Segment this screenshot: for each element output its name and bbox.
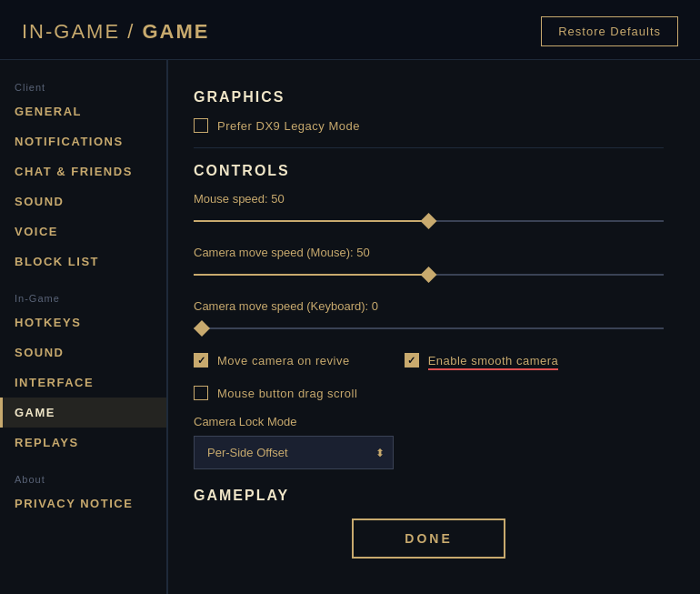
controls-heading: CONTROLS [194, 163, 664, 179]
sidebar-item-notifications[interactable]: NOTIFICATIONS [0, 126, 166, 156]
breadcrumb-prefix: IN-GAME / [22, 20, 142, 43]
mouse-drag-scroll-checkbox[interactable] [194, 386, 208, 400]
sidebar-ingame-label: In-Game [0, 286, 166, 307]
sidebar-client-label: Client [0, 75, 166, 96]
camera-keyboard-section: Camera move speed (Keyboard): 0 [194, 299, 664, 337]
done-button-wrapper: DONE [194, 518, 664, 559]
mouse-speed-label: Mouse speed: 50 [194, 192, 664, 206]
sidebar-item-interface[interactable]: INTERFACE [0, 367, 166, 398]
camera-mouse-slider[interactable] [194, 267, 664, 283]
sidebar-item-hotkeys[interactable]: HOTKEYS [0, 307, 166, 337]
mouse-speed-track [194, 220, 664, 222]
sidebar: Client GENERAL NOTIFICATIONS CHAT & FRIE… [0, 60, 168, 594]
camera-keyboard-thumb[interactable] [194, 320, 210, 337]
move-camera-revive-checkbox[interactable] [194, 353, 208, 367]
enable-smooth-camera-row: Enable smooth camera [405, 353, 559, 367]
camera-mouse-section: Camera move speed (Mouse): 50 [194, 246, 664, 283]
gameplay-heading: GAMEPLAY [194, 488, 664, 504]
camera-keyboard-label: Camera move speed (Keyboard): 0 [194, 299, 664, 313]
controls-checkboxes-row: Move camera on revive Enable smooth came… [194, 353, 664, 377]
sidebar-item-chat-friends[interactable]: CHAT & FRIENDS [0, 156, 166, 186]
done-button[interactable]: DONE [352, 518, 505, 559]
mouse-drag-scroll-row: Mouse button drag scroll [194, 386, 664, 400]
sidebar-item-privacy[interactable]: PRIVACY NOTICE [0, 488, 166, 518]
mouse-drag-scroll-label: Mouse button drag scroll [217, 387, 357, 400]
sidebar-item-game[interactable]: GAME [0, 398, 166, 428]
camera-mouse-track [194, 274, 664, 276]
move-camera-revive-row: Move camera on revive [194, 353, 350, 367]
enable-smooth-camera-label: Enable smooth camera [428, 354, 559, 367]
restore-defaults-button[interactable]: Restore Defaults [541, 16, 678, 46]
breadcrumb-bold: GAME [142, 20, 209, 43]
smooth-camera-underline [428, 368, 559, 370]
sidebar-about-label: About [0, 467, 166, 488]
camera-lock-select-wrapper: Per-Side Offset Fixed Offset Semi-Locked… [194, 436, 394, 469]
sidebar-item-voice[interactable]: VOICE [0, 216, 166, 247]
mouse-speed-section: Mouse speed: 50 [194, 192, 664, 229]
page-title: IN-GAME / GAME [22, 20, 209, 44]
content-area: GRAPHICS Prefer DX9 Legacy Mode CONTROLS… [168, 60, 700, 594]
camera-keyboard-slider[interactable] [194, 320, 664, 337]
mouse-speed-fill [194, 220, 429, 222]
graphics-divider [194, 147, 664, 148]
mouse-speed-slider[interactable] [194, 213, 664, 229]
header: IN-GAME / GAME Restore Defaults [0, 0, 700, 60]
enable-smooth-camera-checkbox[interactable] [405, 353, 419, 367]
camera-mouse-label: Camera move speed (Mouse): 50 [194, 246, 664, 259]
sidebar-item-replays[interactable]: REPLAYS [0, 428, 166, 458]
camera-lock-label: Camera Lock Mode [194, 415, 664, 428]
sidebar-item-general[interactable]: GENERAL [0, 96, 166, 126]
prefer-dx9-checkbox[interactable] [194, 118, 208, 133]
move-camera-revive-label: Move camera on revive [217, 354, 350, 367]
prefer-dx9-label: Prefer DX9 Legacy Mode [217, 119, 360, 133]
main-layout: Client GENERAL NOTIFICATIONS CHAT & FRIE… [0, 60, 700, 594]
camera-mouse-thumb[interactable] [421, 267, 437, 283]
mouse-speed-thumb[interactable] [421, 213, 437, 229]
graphics-heading: GRAPHICS [194, 89, 664, 106]
prefer-dx9-row: Prefer DX9 Legacy Mode [194, 118, 664, 133]
camera-keyboard-track [194, 327, 664, 329]
enable-smooth-wrapper: Enable smooth camera [428, 354, 559, 367]
gameplay-section: GAMEPLAY [194, 488, 664, 504]
sidebar-item-sound[interactable]: SOUND [0, 186, 166, 216]
camera-lock-select[interactable]: Per-Side Offset Fixed Offset Semi-Locked… [194, 436, 394, 469]
sidebar-item-block-list[interactable]: BLOCK LIST [0, 247, 166, 277]
sidebar-item-sound-ingame[interactable]: SOUND [0, 337, 166, 367]
camera-mouse-fill [194, 274, 429, 276]
